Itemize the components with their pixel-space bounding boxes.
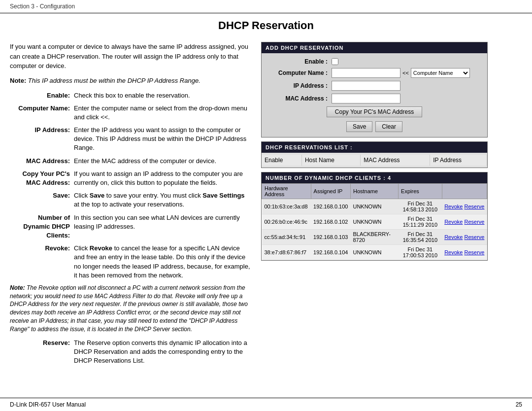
reserve-link[interactable]: Reserve [465, 219, 485, 225]
col-ip: IP Address [430, 155, 487, 166]
enable-row: Enable: Check this box to enable the res… [10, 91, 251, 100]
enable-checkbox[interactable] [332, 58, 338, 65]
revoke-desc: Click Revoke to cancel the lease for a s… [74, 244, 251, 280]
revoke-link[interactable]: Revoke [444, 234, 463, 240]
assigned-ip: 192.168.0.104 [311, 245, 350, 260]
ip-address-desc: Enter the IP address you want to assign … [74, 126, 251, 153]
dynamic-dhcp-label: Number ofDynamic DHCPClients: [10, 213, 74, 240]
left-column: If you want a computer or device to alwa… [10, 42, 251, 369]
ip-address-input[interactable] [332, 81, 400, 91]
form-enable-label: Enable : [267, 58, 332, 65]
form-ip-label: IP Address : [267, 82, 332, 89]
dynamic-table-wrapper: Hardware Address Assigned IP Hostname Ex… [262, 183, 487, 260]
save-bold: Save [90, 192, 104, 199]
col-hostname: Hostname [350, 184, 398, 199]
note-text: Note: This IP address must be within the… [10, 77, 251, 84]
footer-left: D-Link DIR-657 User Manual [10, 401, 86, 408]
reserve-link[interactable]: Reserve [465, 204, 485, 209]
reservations-table: Enable Host Name MAC Address IP Address [262, 155, 487, 166]
assigned-ip: 192.168.0.100 [311, 199, 350, 214]
reservations-header-row: Enable Host Name MAC Address IP Address [262, 155, 487, 166]
ip-address-row: IP Address: Enter the IP address you wan… [10, 126, 251, 153]
computer-name-dropdown[interactable]: Computer Name [411, 68, 470, 78]
reserve-label: Reserve: [10, 339, 74, 366]
page-title: DHCP Reservation [0, 13, 532, 37]
col-mac: MAC Address [361, 155, 430, 166]
hardware-address: 00:26:b0:ce:46:9c [262, 214, 311, 230]
assigned-ip: 192.168.0.102 [311, 214, 350, 230]
revoke-link[interactable]: Revoke [444, 249, 463, 255]
hardware-address: 00:1b:63:ce:3a:d8 [262, 199, 311, 214]
row-actions: Revoke Reserve [442, 214, 487, 230]
row-actions: Revoke Reserve [442, 199, 487, 214]
note2-bold: Note: [10, 284, 25, 291]
ip-address-label: IP Address: [10, 126, 74, 153]
save-row: Save: Click Save to save your entry. You… [10, 191, 251, 209]
hostname: UNKNOWN [350, 214, 398, 230]
computer-name-input[interactable] [332, 68, 400, 78]
expires: Fri Dec 31 16:35:54 2010 [399, 230, 442, 245]
form-mac-label: MAC Address : [267, 95, 332, 102]
form-computer-name-row: Computer Name : << Computer Name [267, 68, 481, 78]
page-header: Section 3 - Configuration [0, 0, 532, 13]
col-actions [442, 184, 487, 199]
col-enable: Enable [262, 155, 301, 166]
dhcp-reservations-panel: DHCP RESERVATIONS LIST : Enable Host Nam… [261, 141, 488, 168]
dynamic-table-head: Hardware Address Assigned IP Hostname Ex… [262, 184, 487, 199]
reserve-link[interactable]: Reserve [465, 234, 485, 240]
reservations-table-wrapper: Enable Host Name MAC Address IP Address [262, 153, 487, 168]
right-column: ADD DHCP RESERVATION Enable : Computer N… [261, 42, 488, 369]
dynamic-table-body: 00:1b:63:ce:3a:d8 192.168.0.100 UNKNOWN … [262, 199, 487, 260]
revoke-label: Revoke: [10, 244, 74, 280]
dynamic-dhcp-table: Hardware Address Assigned IP Hostname Ex… [262, 183, 487, 260]
add-dhcp-body: Enable : Computer Name : << Computer Nam… [262, 53, 487, 137]
computer-name-label: Computer Name: [10, 104, 74, 122]
hardware-address: 38:e7:d8:67:86:f7 [262, 245, 311, 260]
copy-mac-button[interactable]: Copy Your PC's MAC Address [327, 106, 422, 117]
note-content: This IP address must be within the DHCP … [28, 77, 200, 84]
note2-block: Note: The Revoke option will not disconn… [10, 284, 251, 334]
form-button-group: Save Clear [267, 121, 481, 132]
clear-button[interactable]: Clear [375, 121, 402, 132]
computer-name-desc: Enter the computer name or select from t… [74, 104, 251, 122]
save-settings-bold: Save Settings [202, 192, 244, 199]
form-computer-name-label: Computer Name : [267, 69, 332, 76]
expires: Fri Dec 31 17:00:53 2010 [399, 245, 442, 260]
intro-text: If you want a computer or device to alwa… [10, 42, 251, 71]
reserve-link[interactable]: Reserve [465, 249, 485, 255]
section-label: Section 3 - Configuration [10, 3, 75, 10]
dynamic-dhcp-header: NUMBER OF DYNAMIC DHCP CLIENTS : 4 [262, 172, 487, 183]
dynamic-dhcp-row: Number ofDynamic DHCPClients: In this se… [10, 213, 251, 240]
note-bold: Note: [10, 77, 26, 84]
save-button[interactable]: Save [346, 121, 372, 132]
dynamic-dhcp-desc: In this section you can see what LAN dev… [74, 213, 251, 240]
copy-mac-label: Copy Your PC'sMAC Address: [10, 170, 74, 187]
col-assigned-ip: Assigned IP [311, 184, 350, 199]
mac-address-row: MAC Address: Enter the MAC address of th… [10, 157, 251, 166]
hostname: BLACKBERRY-8720 [350, 230, 398, 245]
revoke-link[interactable]: Revoke [444, 219, 463, 225]
reserve-desc: The Reserve option converts this dynamic… [74, 339, 251, 366]
mac-address-label: MAC Address: [10, 157, 74, 166]
copy-mac-desc: If you want to assign an IP address to t… [74, 170, 251, 187]
dhcp-reservations-header: DHCP RESERVATIONS LIST : [262, 142, 487, 153]
add-dhcp-header: ADD DHCP RESERVATION [262, 42, 487, 53]
hostname: UNKNOWN [350, 199, 398, 214]
revoke-link[interactable]: Revoke [444, 204, 463, 209]
table-row: 00:1b:63:ce:3a:d8 192.168.0.100 UNKNOWN … [262, 199, 487, 214]
revoke-bold: Revoke [90, 244, 112, 252]
table-row: 00:26:b0:ce:46:9c 192.168.0.102 UNKNOWN … [262, 214, 487, 230]
enable-label: Enable: [10, 91, 74, 100]
form-mac-row: MAC Address : [267, 94, 481, 103]
dynamic-header-row: Hardware Address Assigned IP Hostname Ex… [262, 184, 487, 199]
row-actions: Revoke Reserve [442, 245, 487, 260]
form-ip-row: IP Address : [267, 81, 481, 91]
mac-address-input[interactable] [332, 94, 400, 103]
col-expires: Expires [399, 184, 442, 199]
expires: Fri Dec 31 14:58:13 2010 [399, 199, 442, 214]
row-actions: Revoke Reserve [442, 230, 487, 245]
hardware-address: cc:55:ad:34:fc:91 [262, 230, 311, 245]
save-label: Save: [10, 191, 74, 209]
col-hostname: Host Name [301, 155, 360, 166]
reserve-row: Reserve: The Reserve option converts thi… [10, 339, 251, 366]
